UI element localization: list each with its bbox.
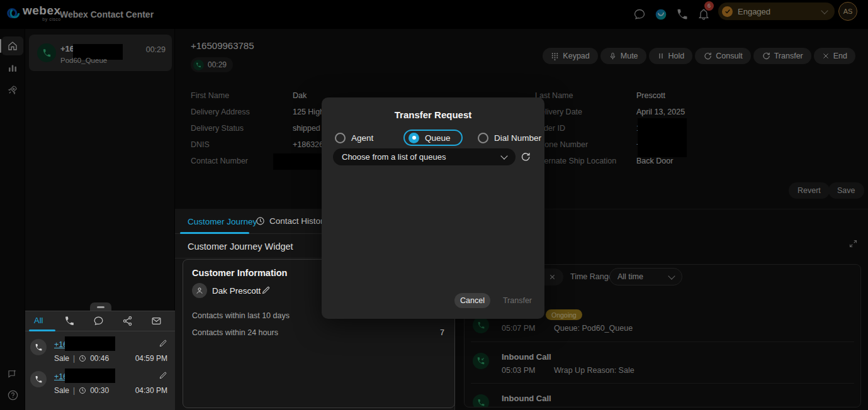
tab-customer-journey[interactable]: Customer Journey — [188, 217, 257, 226]
active-tab-indicator — [180, 232, 249, 234]
tab-social-icon[interactable] — [122, 316, 133, 326]
radio-circle — [335, 133, 346, 143]
tab-all[interactable]: All — [34, 316, 43, 325]
contacts-24h-label: Contacts within 24 hours — [192, 328, 278, 337]
edit-icon[interactable] — [159, 371, 167, 380]
contacts-10days-label: Contacts within last 10 days — [192, 311, 290, 320]
edit-icon[interactable] — [159, 339, 167, 348]
widget-title: Customer Journey Widget — [188, 241, 293, 252]
transfer-request-modal: Transfer Request Agent Queue Dial Number… — [322, 97, 544, 319]
tab-calls-icon[interactable] — [64, 316, 75, 326]
chevron-down-icon — [500, 152, 507, 159]
transfer-submit-button[interactable]: Transfer — [498, 293, 537, 308]
tab-email-icon[interactable] — [151, 316, 162, 326]
clock-icon — [79, 355, 86, 362]
contacts-24h-value: 7 — [440, 328, 444, 337]
customer-name: Dak Prescott — [212, 286, 261, 296]
modal-title: Transfer Request — [322, 109, 544, 120]
person-icon — [192, 283, 207, 298]
wrapup-type: Sale — [54, 386, 69, 395]
refresh-queues-button[interactable] — [520, 150, 534, 163]
radio-queue-selected[interactable]: Queue — [403, 130, 463, 146]
active-tab-indicator — [29, 330, 55, 331]
history-meta: Sale | 00:46 — [54, 354, 109, 363]
redaction-box — [65, 336, 115, 351]
interaction-history-panel: All +16 Sale | 00:46 04:59 PM — [25, 301, 175, 410]
duration: 00:46 — [90, 354, 109, 363]
clock-icon — [256, 216, 265, 226]
history-meta: Sale | 00:30 — [54, 386, 109, 395]
queue-select-dropdown[interactable]: Choose from a list of queues — [333, 148, 516, 165]
transfer-type-options: Agent Queue Dial Number — [322, 130, 544, 146]
redaction-box — [65, 368, 115, 383]
dropdown-placeholder: Choose from a list of queues — [342, 152, 446, 162]
channel-tabs: All — [25, 311, 175, 331]
refresh-icon — [520, 152, 531, 162]
history-time: 04:59 PM — [135, 354, 167, 363]
radio-agent[interactable]: Agent — [335, 130, 373, 146]
radio-circle — [409, 133, 419, 143]
panel-drag-handle[interactable] — [90, 302, 111, 311]
cancel-button[interactable]: Cancel — [454, 293, 490, 308]
history-time: 04:30 PM — [135, 386, 167, 395]
radio-circle — [478, 133, 488, 143]
radio-dial-number[interactable]: Dial Number — [478, 130, 541, 146]
tab-chats-icon[interactable] — [93, 316, 104, 326]
wrapup-type: Sale — [54, 354, 69, 363]
call-icon — [30, 371, 47, 387]
tab-contact-history[interactable]: Contact History — [256, 216, 327, 226]
customer-information-title: Customer Information — [192, 268, 287, 278]
edit-icon[interactable] — [261, 285, 271, 295]
clock-icon — [79, 387, 86, 394]
call-icon — [30, 339, 47, 355]
duration: 00:30 — [90, 386, 109, 395]
